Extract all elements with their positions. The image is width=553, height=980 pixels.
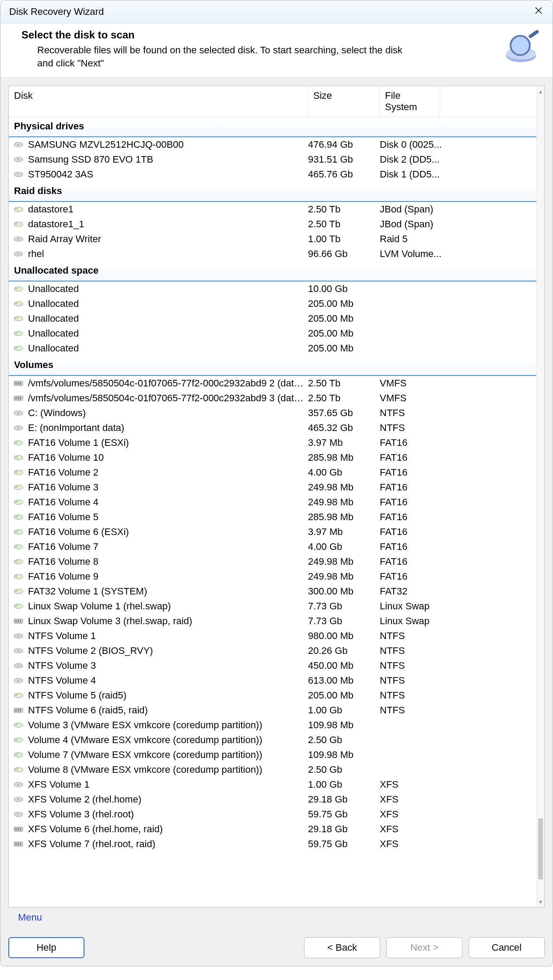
item-size: 3.97 Mb	[308, 526, 380, 538]
list-item[interactable]: FAT16 Volume 8249.98 MbFAT16	[9, 554, 536, 569]
item-size: 2.50 Tb	[308, 204, 380, 215]
item-name: Volume 4 (VMware ESX vmkcore (coredump p…	[28, 734, 308, 746]
group-raid: Raid disks	[9, 182, 536, 202]
list-item[interactable]: NTFS Volume 4613.00 MbNTFS	[9, 673, 536, 688]
col-disk[interactable]: Disk	[9, 86, 308, 117]
help-button[interactable]: Help	[8, 937, 84, 958]
list-item[interactable]: /vmfs/volumes/5850504c-01f07065-77f2-000…	[9, 376, 536, 391]
list-item[interactable]: FAT16 Volume 1 (ESXi)3.97 MbFAT16	[9, 435, 536, 450]
col-size[interactable]: Size	[308, 86, 380, 117]
item-name: NTFS Volume 5 (raid5)	[28, 690, 308, 701]
list-item[interactable]: XFS Volume 7 (rhel.root, raid)59.75 GbXF…	[9, 837, 536, 851]
item-size: 2.50 Tb	[308, 378, 380, 389]
disk-icon	[12, 156, 24, 163]
list-item[interactable]: Linux Swap Volume 1 (rhel.swap)7.73 GbLi…	[9, 599, 536, 614]
list-item[interactable]: FAT16 Volume 24.00 GbFAT16	[9, 465, 536, 480]
item-fs: FAT16	[380, 497, 467, 508]
list-item[interactable]: FAT32 Volume 1 (SYSTEM)300.00 MbFAT32	[9, 584, 536, 599]
cancel-button[interactable]: Cancel	[469, 937, 545, 958]
item-size: 2.50 Gb	[308, 764, 380, 775]
list-item[interactable]: Volume 3 (VMware ESX vmkcore (coredump p…	[9, 718, 536, 733]
item-name: Linux Swap Volume 3 (rhel.swap, raid)	[28, 615, 308, 627]
list-item[interactable]: Linux Swap Volume 3 (rhel.swap, raid)7.7…	[9, 614, 536, 629]
list-item[interactable]: NTFS Volume 1980.00 MbNTFS	[9, 629, 536, 643]
menu-link[interactable]: Menu	[8, 907, 52, 929]
volume-icon	[12, 206, 24, 213]
item-fs: Disk 0 (0025...	[380, 139, 467, 150]
item-size: 465.76 Gb	[308, 169, 380, 180]
list-item[interactable]: XFS Volume 6 (rhel.home, raid)29.18 GbXF…	[9, 822, 536, 837]
item-fs: FAT16	[380, 511, 467, 523]
item-fs: NTFS	[380, 690, 467, 701]
list-item[interactable]: /vmfs/volumes/5850504c-01f07065-77f2-000…	[9, 391, 536, 406]
list-item[interactable]: XFS Volume 3 (rhel.root)59.75 GbXFS	[9, 807, 536, 822]
item-fs: LVM Volume...	[380, 248, 467, 260]
list-item[interactable]: NTFS Volume 3450.00 MbNTFS	[9, 658, 536, 673]
item-name: FAT16 Volume 7	[28, 541, 308, 553]
list-item[interactable]: NTFS Volume 2 (BIOS_RVY)20.26 GbNTFS	[9, 643, 536, 658]
item-size: 1.00 Tb	[308, 233, 380, 245]
group-volumes: Volumes	[9, 356, 536, 376]
back-button[interactable]: < Back	[304, 937, 380, 958]
disk-icon	[12, 781, 24, 788]
list-item[interactable]: Unallocated205.00 Mb	[9, 326, 536, 341]
list-item[interactable]: E: (nonImportant data)465.32 GbNTFS	[9, 420, 536, 435]
item-name: NTFS Volume 6 (raid5, raid)	[28, 705, 308, 716]
titlebar: Disk Recovery Wizard	[0, 0, 553, 24]
raid-icon	[12, 618, 24, 625]
list-item[interactable]: Unallocated205.00 Mb	[9, 341, 536, 356]
item-size: 285.98 Mb	[308, 452, 380, 463]
list-item[interactable]: FAT16 Volume 6 (ESXi)3.97 MbFAT16	[9, 525, 536, 539]
item-name: XFS Volume 6 (rhel.home, raid)	[28, 824, 308, 835]
item-name: Volume 8 (VMware ESX vmkcore (coredump p…	[28, 764, 308, 775]
item-name: /vmfs/volumes/5850504c-01f07065-77f2-000…	[28, 393, 308, 404]
scroll-down-icon[interactable]: ▾	[537, 898, 544, 905]
item-size: 465.32 Gb	[308, 422, 380, 434]
item-size: 10.00 Gb	[308, 283, 380, 295]
list-item[interactable]: NTFS Volume 6 (raid5, raid)1.00 GbNTFS	[9, 703, 536, 718]
item-fs: JBod (Span)	[380, 204, 467, 215]
item-fs: FAT16	[380, 571, 467, 582]
col-fs[interactable]: File System	[380, 86, 440, 117]
list-item[interactable]: SAMSUNG MZVL2512HCJQ-00B00476.94 GbDisk …	[9, 137, 536, 152]
list-item[interactable]: C: (Windows)357.65 GbNTFS	[9, 406, 536, 420]
list-item[interactable]: Volume 7 (VMware ESX vmkcore (coredump p…	[9, 747, 536, 762]
close-button[interactable]	[531, 4, 546, 20]
list-item[interactable]: FAT16 Volume 5285.98 MbFAT16	[9, 510, 536, 525]
list-item[interactable]: datastore1_12.50 TbJBod (Span)	[9, 217, 536, 232]
item-size: 450.00 Mb	[308, 660, 380, 671]
list-item[interactable]: rhel96.66 GbLVM Volume...	[9, 247, 536, 261]
list-item[interactable]: FAT16 Volume 4249.98 MbFAT16	[9, 495, 536, 510]
list-item[interactable]: ST950042 3AS465.76 GbDisk 1 (DD5...	[9, 167, 536, 182]
list-item[interactable]: FAT16 Volume 9249.98 MbFAT16	[9, 569, 536, 584]
list-item[interactable]: Raid Array Writer1.00 TbRaid 5	[9, 232, 536, 247]
list-item[interactable]: XFS Volume 11.00 GbXFS	[9, 777, 536, 792]
raid-icon	[12, 826, 24, 833]
item-name: FAT16 Volume 10	[28, 452, 308, 463]
list-item[interactable]: Volume 4 (VMware ESX vmkcore (coredump p…	[9, 733, 536, 747]
volume-icon	[12, 499, 24, 506]
list-item[interactable]: FAT16 Volume 10285.98 MbFAT16	[9, 450, 536, 465]
disk-icon	[12, 662, 24, 669]
list-item[interactable]: XFS Volume 2 (rhel.home)29.18 GbXFS	[9, 792, 536, 807]
item-fs: NTFS	[380, 630, 467, 642]
list-item[interactable]: Volume 8 (VMware ESX vmkcore (coredump p…	[9, 762, 536, 777]
item-fs: XFS	[380, 824, 467, 835]
scrollbar[interactable]: ▴ ▾	[536, 86, 544, 907]
item-name: FAT16 Volume 6 (ESXi)	[28, 526, 308, 538]
list-item[interactable]: Unallocated205.00 Mb	[9, 311, 536, 326]
list-item[interactable]: Unallocated10.00 Gb	[9, 281, 536, 296]
item-name: NTFS Volume 2 (BIOS_RVY)	[28, 645, 308, 657]
scroll-up-icon[interactable]: ▴	[537, 88, 544, 95]
list-item[interactable]: Samsung SSD 870 EVO 1TB931.51 GbDisk 2 (…	[9, 152, 536, 167]
list-item[interactable]: Unallocated205.00 Mb	[9, 296, 536, 311]
list-item[interactable]: FAT16 Volume 74.00 GbFAT16	[9, 539, 536, 554]
list-item[interactable]: FAT16 Volume 3249.98 MbFAT16	[9, 480, 536, 495]
list-item[interactable]: datastore12.50 TbJBod (Span)	[9, 202, 536, 217]
list-item[interactable]: NTFS Volume 5 (raid5)205.00 MbNTFS	[9, 688, 536, 703]
item-fs: VMFS	[380, 378, 467, 389]
item-size: 3.97 Mb	[308, 437, 380, 448]
item-size: 249.98 Mb	[308, 482, 380, 493]
scroll-thumb[interactable]	[538, 818, 543, 879]
item-fs: FAT16	[380, 482, 467, 493]
